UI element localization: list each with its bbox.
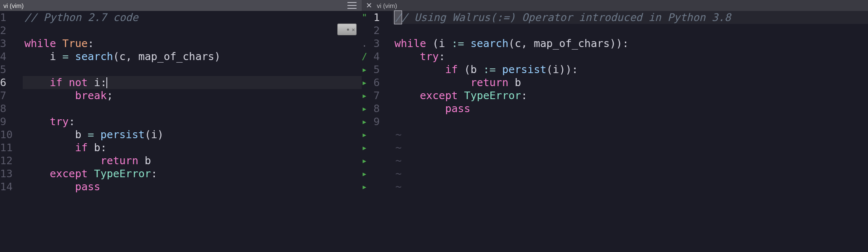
left-titlebar[interactable]: vi (vim)	[0, 0, 362, 11]
line-number: 6	[373, 76, 393, 89]
code-line[interactable]: while True:	[23, 37, 362, 50]
line-number: 3	[0, 37, 23, 50]
line-number: 6	[0, 76, 23, 89]
line-number: 9	[0, 115, 23, 128]
right-editor[interactable]: "./▸▸▸▸▸▸▸▸▸▸ 123456789 // Using Walrus(…	[362, 11, 868, 252]
line-number: 8	[373, 102, 393, 115]
line-number: 8	[0, 102, 23, 115]
code-line[interactable]	[23, 63, 362, 76]
line-number: 4	[373, 50, 393, 63]
code-line[interactable]	[393, 115, 868, 128]
line-number: 12	[0, 154, 23, 167]
line-number-empty	[373, 154, 393, 167]
line-number: 2	[373, 24, 393, 37]
pill-close-icon[interactable]: ✕	[352, 26, 355, 33]
right-code-area[interactable]: // Using Walrus(:=) Operator introduced …	[393, 11, 868, 252]
line-number-empty	[373, 167, 393, 180]
diff-mark: ▸	[362, 141, 373, 154]
left-title: vi (vim)	[3, 2, 24, 9]
diff-mark: .	[362, 37, 373, 50]
left-pane: vi (vim) 1234567891011121314 // Python 2…	[0, 0, 362, 252]
line-number: 9	[373, 115, 393, 128]
code-line[interactable]: pass	[23, 180, 362, 193]
code-line[interactable]: pass	[393, 102, 868, 115]
code-line[interactable]: if b:	[23, 141, 362, 154]
line-number: 14	[0, 180, 23, 193]
code-line[interactable]: break;	[23, 89, 362, 102]
code-line[interactable]: b = persist(i)	[23, 128, 362, 141]
code-line[interactable]: try:	[23, 115, 362, 128]
tilde-line: ~	[393, 180, 868, 193]
line-number: 7	[373, 89, 393, 102]
text-cursor	[106, 77, 107, 88]
line-number: 11	[0, 141, 23, 154]
diff-mark: ▸	[362, 63, 373, 76]
diff-mark: "	[362, 11, 373, 24]
code-line[interactable]: if not i:	[23, 76, 362, 89]
right-line-numbers: 123456789	[373, 11, 393, 252]
code-line[interactable]: // Python 2.7 code	[23, 11, 362, 24]
diff-mark: /	[362, 50, 373, 63]
diff-mark: ▸	[362, 154, 373, 167]
tilde-line: ~	[393, 154, 868, 167]
line-number: 5	[373, 63, 393, 76]
code-line[interactable]: // Using Walrus(:=) Operator introduced …	[393, 11, 868, 24]
right-titlebar[interactable]: ✕ vi (vim)	[362, 0, 868, 11]
right-pane: ✕ vi (vim) "./▸▸▸▸▸▸▸▸▸▸ 123456789 // Us…	[362, 0, 868, 252]
left-editor[interactable]: 1234567891011121314 // Python 2.7 codewh…	[0, 11, 362, 252]
line-number: 10	[0, 128, 23, 141]
window-control-pill[interactable]: ✕	[337, 24, 357, 35]
close-icon[interactable]: ✕	[365, 2, 373, 9]
code-line[interactable]: except TypeError:	[393, 89, 868, 102]
line-number-empty	[373, 141, 393, 154]
code-line[interactable]	[393, 24, 868, 37]
block-cursor: /	[394, 11, 402, 24]
line-number: 13	[0, 167, 23, 180]
code-line[interactable]: while (i := search(c, map_of_chars)):	[393, 37, 868, 50]
pill-dot-icon	[347, 29, 349, 31]
line-number: 7	[0, 89, 23, 102]
line-number: 4	[0, 50, 23, 63]
code-line[interactable]	[23, 102, 362, 115]
code-line[interactable]: return b	[393, 76, 868, 89]
diff-mark: ▸	[362, 115, 373, 128]
diff-mark: ▸	[362, 180, 373, 193]
right-title: vi (vim)	[377, 2, 397, 9]
line-number: 5	[0, 63, 23, 76]
diff-mark: ▸	[362, 128, 373, 141]
line-number-empty	[373, 180, 393, 193]
code-line[interactable]	[23, 24, 362, 37]
line-number: 1	[373, 11, 393, 24]
diff-mark: ▸	[362, 89, 373, 102]
diff-mark: ▸	[362, 76, 373, 89]
right-diff-marks: "./▸▸▸▸▸▸▸▸▸▸	[362, 11, 373, 252]
tilde-line: ~	[393, 128, 868, 141]
line-number: 2	[0, 24, 23, 37]
left-line-numbers: 1234567891011121314	[0, 11, 23, 252]
left-code-area[interactable]: // Python 2.7 codewhile True: i = search…	[23, 11, 362, 252]
line-number-empty	[373, 128, 393, 141]
code-line[interactable]: i = search(c, map_of_chars)	[23, 50, 362, 63]
hamburger-icon[interactable]	[347, 2, 357, 9]
code-line[interactable]: if (b := persist(i)):	[393, 63, 868, 76]
line-number: 3	[373, 37, 393, 50]
diff-mark	[362, 24, 373, 37]
code-line[interactable]: except TypeError:	[23, 167, 362, 180]
diff-view-container: vi (vim) 1234567891011121314 // Python 2…	[0, 0, 868, 252]
tilde-line: ~	[393, 141, 868, 154]
tilde-line: ~	[393, 167, 868, 180]
line-number: 1	[0, 11, 23, 24]
code-line[interactable]: try:	[393, 50, 868, 63]
diff-mark: ▸	[362, 167, 373, 180]
diff-mark: ▸	[362, 102, 373, 115]
code-line[interactable]: return b	[23, 154, 362, 167]
